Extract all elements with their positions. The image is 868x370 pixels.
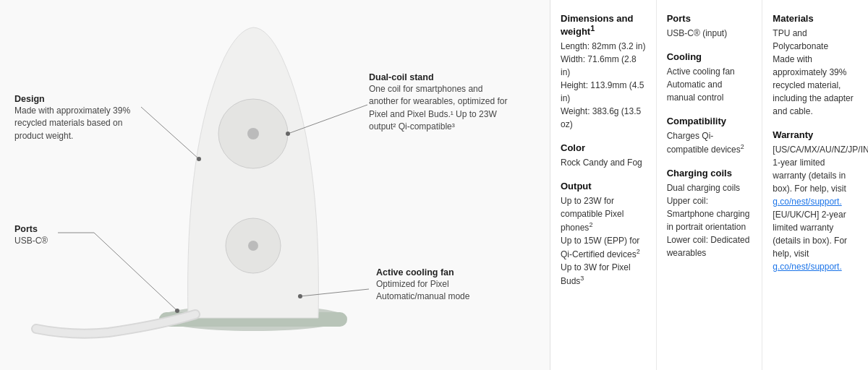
spec-section-text: Up to 23W for compatible Pixel phones2Up… [561, 194, 646, 288]
spec-section-text: USB-C® (input) [667, 27, 752, 40]
spec-col-2: PortsUSB-C® (input)CoolingActive cooling… [657, 0, 763, 370]
spec-col-3: MaterialsTPU and PolycarbonateMade with … [762, 0, 868, 370]
spec-section-text: Dual charging coilsUpper coil: Smartphon… [667, 181, 752, 259]
spec-section: CompatibilityCharges Qi-compatible devic… [667, 116, 752, 156]
svg-point-2 [218, 99, 288, 168]
warranty-link[interactable]: g.co/nest/support. [773, 262, 841, 272]
spec-section: ColorRock Candy and Fog [561, 142, 646, 169]
spec-section: Charging coilsDual charging coilsUpper c… [667, 168, 752, 259]
svg-line-6 [141, 107, 199, 159]
spec-section: Dimensions and weight1Length: 82mm (3.2 … [561, 13, 646, 131]
spec-section-title: Warranty [773, 129, 858, 140]
spec-section-title: Ports [667, 13, 752, 24]
spec-section-title: Dimensions and weight1 [561, 13, 646, 37]
annotation-dual-coil: Dual-coil stand One coil for smartphones… [369, 72, 514, 134]
warranty-link[interactable]: g.co/nest/support. [773, 197, 841, 207]
svg-point-7 [197, 157, 201, 161]
spec-section-text: Rock Candy and Fog [561, 156, 646, 169]
spec-section-title: Output [561, 181, 646, 192]
spec-col-1: Dimensions and weight1Length: 82mm (3.2 … [550, 0, 657, 370]
right-panel: Dimensions and weight1Length: 82mm (3.2 … [550, 0, 868, 370]
spec-section: MaterialsTPU and PolycarbonateMade with … [773, 13, 858, 118]
svg-point-3 [247, 128, 259, 139]
spec-section-text: Charges Qi-compatible devices2 [667, 129, 752, 156]
svg-point-14 [298, 294, 302, 298]
spec-section-title: Charging coils [667, 168, 752, 178]
spec-section-text: TPU and PolycarbonateMade with approxima… [773, 27, 858, 118]
spec-section: Warranty[US/CA/MX/AU/NZ/JP/IN] 1-year li… [773, 129, 858, 273]
spec-section-text: [US/CA/MX/AU/NZ/JP/IN] 1-year limited wa… [773, 143, 858, 273]
spec-section-title: Cooling [667, 51, 752, 62]
spec-section: PortsUSB-C® (input) [667, 13, 752, 40]
svg-point-12 [286, 132, 290, 136]
spec-section: OutputUp to 23W for compatible Pixel pho… [561, 181, 646, 288]
spec-section-title: Color [561, 142, 646, 153]
annotation-ports-left: Ports USB-C® [14, 224, 48, 247]
svg-point-4 [226, 218, 281, 273]
svg-point-5 [248, 241, 258, 251]
svg-line-8 [94, 233, 177, 311]
svg-point-0 [159, 305, 347, 331]
spec-section-text: Length: 82mm (3.2 in)Width: 71.6mm (2.8 … [561, 40, 646, 131]
spec-section-title: Compatibility [667, 116, 752, 126]
svg-line-13 [300, 289, 369, 296]
annotation-active-cooling: Active cooling fan Optimized for Pixel A… [376, 267, 506, 304]
svg-line-11 [288, 105, 367, 134]
svg-point-9 [175, 309, 179, 313]
spec-section: CoolingActive cooling fanAutomatic and m… [667, 51, 752, 104]
annotation-design: Design Made with approximately 39% recyc… [14, 94, 137, 142]
spec-section-text: Active cooling fanAutomatic and manual c… [667, 65, 752, 104]
left-panel: Design Made with approximately 39% recyc… [0, 0, 550, 370]
spec-section-title: Materials [773, 13, 858, 24]
svg-rect-1 [159, 312, 347, 327]
